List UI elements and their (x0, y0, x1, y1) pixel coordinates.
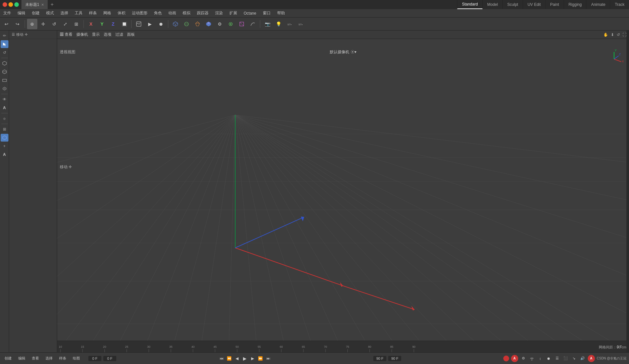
tool-text[interactable]: A (1, 104, 8, 112)
redo-button[interactable]: ↪ (12, 19, 23, 29)
null-button[interactable] (237, 19, 247, 29)
mode-tab-track[interactable]: Track (610, 0, 629, 9)
select-button[interactable]: ⊕ (27, 19, 37, 29)
menu-help[interactable]: 帮助 (274, 9, 288, 17)
gear-button[interactable]: ⚙ (214, 19, 225, 29)
axis-y-button[interactable]: Y (97, 19, 107, 29)
playback-next-key[interactable]: ⏩ (257, 355, 264, 362)
tool-hex3[interactable] (1, 85, 8, 93)
playback-start-button[interactable]: ⏭ (265, 355, 272, 362)
tab-add-button[interactable]: + (48, 2, 56, 7)
stage-button[interactable]: ST• (284, 19, 295, 29)
menu-window[interactable]: 窗口 (260, 9, 274, 17)
viewport-menu-view[interactable]: ☰ 查看 (60, 32, 72, 37)
coord-button[interactable]: 🔲 (119, 19, 129, 29)
camera-button[interactable]: 📷 (262, 19, 273, 29)
group-button[interactable] (225, 19, 236, 29)
tool-active[interactable] (1, 134, 8, 142)
play-button[interactable]: ▶ (145, 19, 155, 29)
bottom-view[interactable]: 查看 (30, 355, 41, 361)
frame-end1[interactable]: 90 F (373, 356, 386, 361)
bottom-select[interactable]: 选择 (44, 355, 55, 361)
tool-select[interactable] (1, 40, 8, 48)
viewport-menu-camera[interactable]: 摄像机 (76, 32, 88, 37)
menu-mesh[interactable]: 网格 (100, 9, 114, 17)
mode-tab-sculpt[interactable]: Sculpt (502, 0, 522, 9)
tool-add[interactable]: + (1, 142, 8, 150)
tool-font2[interactable]: A (1, 151, 8, 158)
viewport-fullscreen-icon[interactable]: ⛶ (623, 32, 626, 37)
playback-next-frame[interactable]: ▶ (250, 355, 256, 362)
axis-z-button[interactable]: Z (108, 19, 118, 29)
tool-grid[interactable]: ⊞ (1, 125, 8, 133)
viewport-camera-label[interactable]: 默认摄像机 ☉▾ (330, 49, 356, 55)
viewport-hand-icon[interactable]: ✋ (603, 32, 608, 37)
wifi-icon[interactable] (529, 355, 535, 362)
menu-simulate[interactable]: 模拟 (179, 9, 194, 17)
menu-extend[interactable]: 扩展 (226, 9, 240, 17)
bottom-edit[interactable]: 编辑 (16, 355, 27, 361)
list-icon[interactable]: ☰ (554, 355, 560, 362)
viewport-menu-filter[interactable]: 过滤 (115, 32, 123, 37)
menu-character[interactable]: 角色 (151, 9, 165, 17)
frame-current[interactable]: 0 F (103, 356, 116, 361)
settings-icon[interactable]: ⚙ (520, 355, 527, 362)
viewport-reset-icon[interactable]: ↺ (617, 32, 620, 37)
tool-eye[interactable]: 👁 (1, 95, 8, 103)
undo-button[interactable]: ↩ (1, 19, 12, 29)
right-scrollbar[interactable] (626, 31, 629, 352)
axis-x-button[interactable]: X (86, 19, 96, 29)
frame-start[interactable]: 0 F (88, 356, 101, 361)
mode-tab-animate[interactable]: Animate (586, 0, 610, 9)
frame-end2[interactable]: 90 F (388, 356, 401, 361)
tool-rect[interactable] (1, 76, 8, 84)
bottom-spline[interactable]: 样条 (57, 355, 68, 361)
spline-button[interactable] (248, 19, 258, 29)
mode-tab-paint[interactable]: Paint (545, 0, 563, 9)
rotate-button[interactable]: ↺ (49, 19, 59, 29)
mode-tab-standard[interactable]: Standard (457, 0, 482, 9)
sync-icon[interactable]: ↕ (537, 355, 544, 362)
menu-tracker[interactable]: 跟踪器 (194, 9, 212, 17)
record-icon[interactable]: ⏺ (546, 355, 552, 362)
cube-button[interactable] (170, 19, 181, 29)
playback-play[interactable]: ▶ (242, 355, 248, 362)
tool-draw[interactable]: ✏ (1, 32, 8, 40)
menu-animation[interactable]: 动画 (165, 9, 179, 17)
close-button[interactable] (3, 2, 7, 7)
tool-hex1[interactable] (1, 59, 8, 67)
stage2-button[interactable]: ST• (295, 19, 306, 29)
move-button[interactable]: ✛ (38, 19, 48, 29)
light-button[interactable]: 💡 (273, 19, 284, 29)
menu-spline[interactable]: 样条 (86, 9, 100, 17)
mode-tab-rigging[interactable]: Rigging (564, 0, 586, 9)
record-button[interactable]: ⏺ (156, 19, 166, 29)
timeline-ruler[interactable]: 0 5 10 15 20 25 30 35 40 45 (16, 341, 610, 352)
sphere-button[interactable] (181, 19, 192, 29)
mode-tab-model[interactable]: Model (482, 0, 503, 9)
maximize-button[interactable] (14, 2, 19, 7)
sound-icon[interactable]: 🔊 (579, 355, 586, 362)
menu-mograph[interactable]: 运动图形 (129, 9, 151, 17)
arrow-icon[interactable]: ↘ (571, 355, 577, 362)
playback-prev-frame[interactable]: ◀ (234, 355, 240, 362)
menu-octane[interactable]: Octane (240, 9, 260, 17)
menu-file[interactable]: 文件 (0, 9, 14, 17)
tool-magnet[interactable]: ⌾ (1, 115, 8, 122)
tab-untitled[interactable]: 未标题1 ✕ (21, 0, 48, 9)
menu-mode[interactable]: 模式 (43, 9, 57, 17)
menu-create[interactable]: 创建 (29, 9, 43, 17)
menu-select[interactable]: 选择 (57, 9, 71, 17)
transform-button[interactable]: ⊞ (71, 19, 82, 29)
scale-button[interactable]: ⤢ (60, 19, 71, 29)
viewport-menu-display[interactable]: 显示 (92, 32, 100, 37)
mode-tab-uvedit[interactable]: UV Edit (523, 0, 546, 9)
tool-rotate[interactable]: ↺ (1, 49, 8, 56)
cube-solid-button[interactable] (203, 19, 214, 29)
menu-volume[interactable]: 体积 (114, 9, 129, 17)
gem-button[interactable] (192, 19, 203, 29)
user-avatar[interactable]: A (588, 355, 595, 362)
viewport-menu-options[interactable]: 选项 (104, 32, 111, 37)
scene-button[interactable] (134, 19, 144, 29)
menu-tools[interactable]: 工具 (71, 9, 86, 17)
